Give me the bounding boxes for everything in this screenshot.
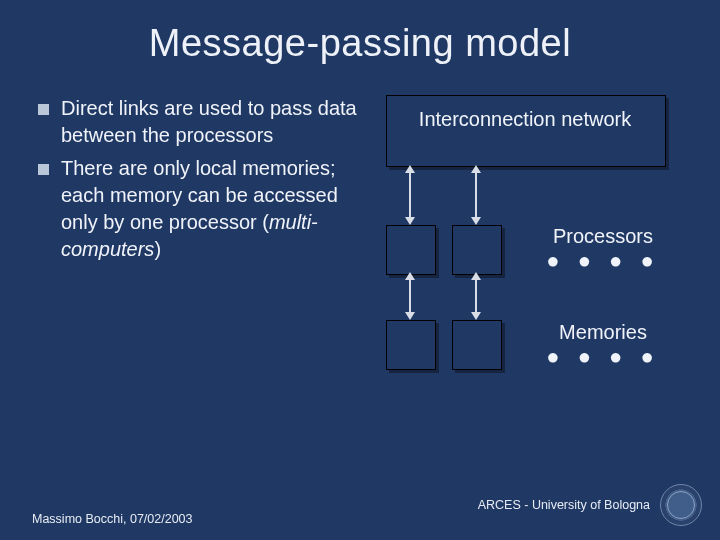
list-item: Direct links are used to pass data betwe… — [38, 95, 368, 149]
footer-right: ARCES - University of Bologna — [478, 484, 702, 526]
memories-label: Memories ● ● ● ● — [528, 321, 678, 370]
ellipsis-dots: ● ● ● ● — [528, 248, 678, 274]
memory-box — [386, 320, 436, 370]
slide-title: Message-passing model — [0, 0, 720, 65]
network-label: Interconnection network — [386, 107, 664, 131]
memory-box — [452, 320, 502, 370]
arrow-proc-mem — [475, 278, 477, 314]
ellipsis-dots: ● ● ● ● — [528, 344, 678, 370]
square-bullet-icon — [38, 164, 49, 175]
footer-affiliation: ARCES - University of Bologna — [478, 498, 650, 512]
footer: Massimo Bocchi, 07/02/2003 ARCES - Unive… — [0, 484, 720, 526]
label-text: Processors — [528, 225, 678, 248]
label-text: Interconnection network — [419, 108, 631, 130]
label-text: Memories — [528, 321, 678, 344]
arrow-net-proc — [409, 171, 411, 219]
footer-author-date: Massimo Bocchi, 07/02/2003 — [32, 512, 193, 526]
processor-box — [386, 225, 436, 275]
arrow-proc-mem — [409, 278, 411, 314]
bullet-list: Direct links are used to pass data betwe… — [38, 95, 368, 415]
square-bullet-icon — [38, 104, 49, 115]
content-row: Direct links are used to pass data betwe… — [0, 65, 720, 415]
university-seal-icon — [660, 484, 702, 526]
interconnection-network-box — [386, 95, 666, 167]
list-item: There are only local memories; each memo… — [38, 155, 368, 263]
bullet-text-post: ) — [154, 238, 161, 260]
bullet-text: Direct links are used to pass data betwe… — [61, 95, 368, 149]
bullet-text: There are only local memories; each memo… — [61, 155, 368, 263]
processor-box — [452, 225, 502, 275]
processors-label: Processors ● ● ● ● — [528, 225, 678, 274]
diagram: Interconnection network Processors ● ● ●… — [368, 95, 692, 415]
arrow-net-proc — [475, 171, 477, 219]
